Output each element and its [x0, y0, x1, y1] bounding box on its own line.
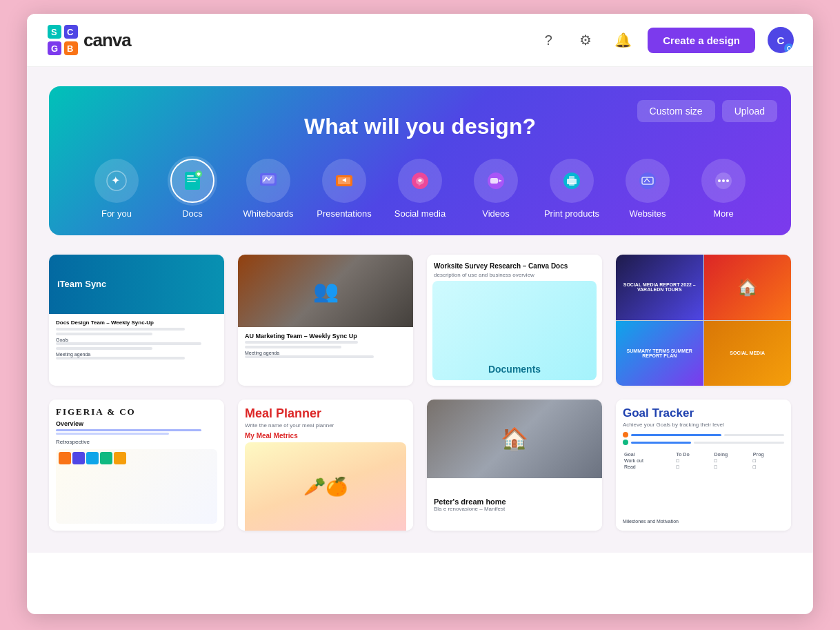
card-au-line3	[245, 355, 374, 358]
card-meal-planner[interactable]: Meal Planner Write the name of your meal…	[238, 400, 413, 531]
more-label: More	[713, 208, 734, 219]
card-goal-row-1-goal: Work out	[623, 457, 674, 464]
category-icons: ✦ For you ✱ Docs Whiteboards	[68, 159, 772, 219]
card-team-sync-line2	[56, 333, 152, 335]
card-sm-cell-1-text: SOCIAL MEDIA REPORT 2022 – VARALEDN TOUR…	[620, 282, 699, 292]
category-for-you[interactable]: ✦ For you	[79, 159, 154, 219]
svg-text:B: B	[67, 43, 73, 54]
for-you-icon: ✦	[94, 159, 139, 203]
card-meal-section: My Meal Metrics	[245, 432, 406, 440]
custom-size-button[interactable]: Custom size	[637, 100, 715, 122]
presentations-icon	[322, 159, 366, 203]
card-goal-bar1-empty	[724, 434, 784, 436]
card-social-media-report[interactable]: SOCIAL MEDIA REPORT 2022 – VARALEDN TOUR…	[616, 255, 791, 386]
svg-rect-26	[569, 183, 574, 186]
avatar[interactable]: C C	[768, 27, 794, 53]
category-docs[interactable]: ✱ Docs	[154, 159, 230, 219]
card-goal-row-2-prog: □	[752, 464, 784, 470]
svg-rect-12	[187, 178, 198, 179]
card-figeria-inner: FIGERIA & CO Overview Retrospective	[49, 400, 224, 531]
card-ws-thumb: Worksite Survey Research – Canva Docs de…	[427, 255, 602, 386]
card-goal-inner: Goal Tracker Achieve your Goals by track…	[616, 400, 791, 531]
help-button[interactable]: ?	[536, 28, 561, 52]
card-goal-row-2-goal: Read	[623, 464, 674, 470]
card-figeria-section: Overview	[56, 420, 217, 427]
websites-label: Websites	[629, 208, 666, 219]
card-ws-title: Worksite Survey Research – Canva Docs	[434, 262, 595, 270]
logo-text: canva	[83, 30, 131, 51]
hero-banner: Custom size Upload What will you design?…	[49, 86, 791, 235]
category-more[interactable]: More	[686, 159, 761, 219]
websites-icon	[626, 159, 670, 203]
card-goal-table: Goal To Do Doing Prog Work out □ □ □	[623, 451, 784, 470]
card-au-content: AU Marketing Team – Weekly Sync Up Meeti…	[238, 327, 413, 386]
help-icon: ?	[545, 32, 552, 48]
card-goal-tracker[interactable]: Goal Tracker Achieve your Goals by track…	[616, 400, 791, 531]
card-ws-documents: Documents	[488, 364, 541, 375]
card-meal-title: Meal Planner	[245, 406, 406, 421]
card-home-title: Peter's dream home	[434, 498, 595, 506]
card-figeria-section2: Retrospective	[56, 439, 217, 445]
category-presentations[interactable]: Presentations	[306, 159, 382, 219]
category-whiteboards[interactable]: Whiteboards	[230, 159, 306, 219]
card-goal-footer: Milestones and Motivation	[623, 516, 784, 524]
card-worksite-survey[interactable]: Worksite Survey Research – Canva Docs de…	[427, 255, 602, 386]
notifications-button[interactable]: 🔔	[610, 28, 635, 52]
header-right: ? ⚙ 🔔 Create a design C C	[536, 27, 794, 53]
hero-actions: Custom size Upload	[637, 100, 777, 122]
logo[interactable]: S C G B canva	[46, 23, 131, 57]
videos-label: Videos	[482, 208, 510, 219]
whiteboards-label: Whiteboards	[243, 208, 294, 219]
svg-rect-22	[490, 178, 498, 184]
upload-button[interactable]: Upload	[722, 100, 777, 122]
card-home-photo: 🏠	[427, 400, 602, 478]
settings-button[interactable]: ⚙	[573, 28, 598, 52]
card-goal-dot1	[623, 432, 628, 437]
category-print-products[interactable]: Print products	[534, 159, 610, 219]
card-sm-cell-2-icon: 🏠	[737, 277, 758, 297]
browser-window: S C G B canva ? ⚙ 🔔 Create a design C C	[27, 14, 813, 614]
svg-text:✦: ✦	[111, 175, 120, 186]
social-media-icon	[398, 159, 442, 203]
card-goal-th-doing: Doing	[712, 451, 751, 457]
card-goal-th-prog: Prog	[752, 451, 784, 457]
card-au-section: Meeting agenda	[245, 351, 406, 355]
card-ws-sub: description of use and business overview	[434, 272, 595, 278]
card-sm-cell-4-text: SOCIAL MEDIA	[730, 351, 765, 355]
card-team-sync-thumb: iTeam Sync Docs Design Team – Weekly Syn…	[49, 255, 224, 386]
card-team-sync-line1	[56, 328, 185, 331]
docs-icon: ✱	[170, 159, 214, 203]
card-team-sync[interactable]: iTeam Sync Docs Design Team – Weekly Syn…	[49, 255, 224, 386]
card-team-sync-section2: Meeting agenda	[56, 352, 217, 357]
card-ws-body: Documents	[432, 281, 597, 380]
card-color-green	[100, 452, 112, 464]
card-goal-row-2-todo: □	[674, 464, 712, 470]
bell-icon: 🔔	[614, 32, 632, 48]
card-team-sync-line5	[56, 357, 185, 360]
category-websites[interactable]: Websites	[610, 159, 686, 219]
category-videos[interactable]: Videos	[458, 159, 534, 219]
card-figeria-co[interactable]: FIGERIA & CO Overview Retrospective	[49, 400, 224, 531]
whiteboards-icon	[246, 159, 290, 203]
card-goal-th-goal: Goal	[623, 451, 674, 457]
svg-point-32	[726, 179, 729, 182]
card-goal-row-1-prog: □	[752, 457, 784, 464]
card-goal-bar1-fill	[631, 434, 721, 436]
card-figeria-line1	[56, 429, 201, 431]
card-meal-photo: 🥕🍊	[245, 442, 406, 531]
card-meal-inner: Meal Planner Write the name of your meal…	[238, 400, 413, 531]
card-goal-title: Goal Tracker	[623, 406, 784, 420]
avatar-badge: C	[784, 43, 794, 53]
svg-text:✱: ✱	[197, 172, 201, 177]
card-au-photo: 👥	[238, 255, 413, 327]
card-dream-home[interactable]: 🏠 Peter's dream home Bla e renovasione –…	[427, 400, 602, 531]
card-sm-cell-3: SUMMARY TERMS SUMMER REPORT PLAN	[616, 321, 703, 386]
videos-icon	[474, 159, 518, 203]
create-design-button[interactable]: Create a design	[648, 28, 755, 53]
category-social-media[interactable]: Social media	[382, 159, 458, 219]
card-goal-bar2-empty	[694, 442, 784, 444]
card-color-sky	[86, 452, 99, 464]
card-au-marketing[interactable]: 👥 AU Marketing Team – Weekly Sync Up Mee…	[238, 255, 413, 386]
card-figeria-colorblocks	[56, 449, 217, 524]
canva-logo-icon: S C G B	[46, 23, 79, 57]
